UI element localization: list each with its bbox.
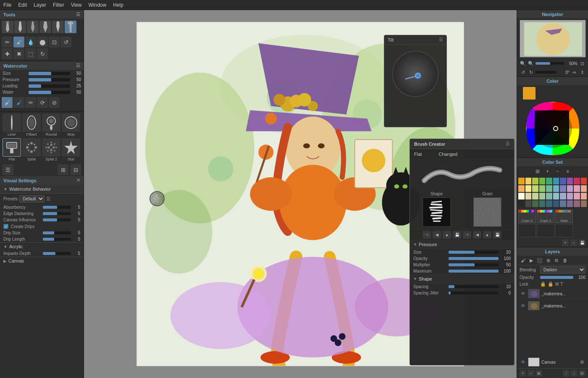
absorbency-slider[interactable] <box>43 206 71 209</box>
canvas-influence-slider[interactable] <box>43 218 71 221</box>
chip-2-0[interactable] <box>518 193 525 200</box>
nav-zoom-out-icon[interactable]: 🔍 <box>520 60 526 67</box>
tool-pencil[interactable]: ✏ <box>2 37 13 47</box>
watercolor-menu-icon[interactable]: ☰ <box>76 63 80 68</box>
canvas-settings-icon[interactable]: ⚙ <box>579 359 585 365</box>
chip-3-0[interactable] <box>518 200 525 207</box>
layer-icon-paint[interactable]: 🖌 <box>520 257 526 264</box>
chip-1-6[interactable] <box>560 185 566 192</box>
brush-icon-3[interactable] <box>39 21 51 33</box>
tools-menu-icon[interactable]: ☰ <box>76 12 80 17</box>
nav-rotate-left-icon[interactable]: ↺ <box>520 69 526 76</box>
chip-1-9[interactable] <box>581 185 587 192</box>
chip-0-7[interactable] <box>567 178 573 184</box>
bottom-icon-del[interactable]: ⊟ <box>70 164 81 175</box>
edge-darkening-slider[interactable] <box>43 212 71 215</box>
navigator-thumbnail[interactable] <box>520 20 586 58</box>
impasto-depth-slider[interactable] <box>43 252 71 255</box>
preset-splat[interactable]: Splat <box>22 138 41 162</box>
chip-1-7[interactable] <box>567 185 573 192</box>
colorset-del-btn[interactable]: − <box>570 239 577 246</box>
brushtype-wet[interactable]: 🖌 <box>13 97 24 108</box>
menu-window[interactable]: Window <box>89 2 107 8</box>
nav-rotate-slider[interactable] <box>536 71 556 74</box>
bc-maximum-slider[interactable] <box>449 270 499 273</box>
water-slider[interactable] <box>29 91 70 94</box>
chip-3-3[interactable] <box>539 200 546 207</box>
brushtype-blend[interactable]: ⟳ <box>37 97 48 108</box>
size-slider[interactable] <box>29 72 70 75</box>
colorset-preset-extra1[interactable] <box>537 224 554 237</box>
chip-0-1[interactable] <box>525 178 532 184</box>
pressure-slider[interactable] <box>29 78 70 81</box>
preset-round[interactable]: Round <box>42 113 60 137</box>
colorset-menu-icon[interactable]: ≡ <box>564 168 572 175</box>
tool-rotate[interactable]: ↺ <box>60 37 71 47</box>
chip-1-8[interactable] <box>574 185 580 192</box>
colorset-grid-icon[interactable]: ⊞ <box>534 168 541 175</box>
brushtype-dry[interactable]: ✏ <box>25 97 36 108</box>
chip-3-1[interactable] <box>525 200 532 207</box>
tool-water[interactable]: 💧 <box>25 37 36 47</box>
layers-btn-del[interactable]: − <box>528 370 534 377</box>
bc-btn-first[interactable]: ⊣ <box>423 231 431 239</box>
chip-1-0[interactable] <box>518 185 525 192</box>
preset-filbert[interactable]: Filbert <box>22 113 41 137</box>
layer-item-0[interactable]: 👁 _makemea... <box>517 288 588 300</box>
colorset-preset-copic2[interactable]: Copic 2 <box>518 210 536 223</box>
chip-3-2[interactable] <box>532 200 538 207</box>
blending-select[interactable]: Darken Normal Multiply <box>540 266 585 273</box>
chip-3-8[interactable] <box>574 200 580 207</box>
chip-1-2[interactable] <box>532 185 538 192</box>
bc-grain-thumbnail[interactable] <box>473 197 502 227</box>
canvas-toggle[interactable]: ▶ Canvas <box>0 257 84 265</box>
chip-0-9[interactable] <box>581 178 587 184</box>
chip-1-4[interactable] <box>546 185 552 192</box>
canvas-layer-visibility[interactable]: 👁 <box>520 359 526 365</box>
layer-icon-layers[interactable]: ⬛ <box>536 257 543 264</box>
bc-spacing-slider[interactable] <box>449 285 499 288</box>
chip-1-1[interactable] <box>525 185 532 192</box>
bc-changed-label[interactable]: Changed <box>438 152 457 157</box>
opacity-slider[interactable] <box>540 276 573 279</box>
chip-3-9[interactable] <box>581 200 587 207</box>
menu-layer[interactable]: Layer <box>34 2 46 8</box>
presets-select[interactable]: Default <box>19 195 45 202</box>
brushtype-erase[interactable]: ⊘ <box>49 97 60 108</box>
chip-0-3[interactable] <box>539 178 546 184</box>
chip-0-8[interactable] <box>574 178 580 184</box>
menu-help[interactable]: Help <box>113 2 123 8</box>
bc-shape-thumbnail[interactable] <box>423 197 451 227</box>
layer-icon-play[interactable]: ▶ <box>528 257 535 264</box>
menu-edit[interactable]: Edit <box>18 2 27 8</box>
brush-icon-1[interactable] <box>14 21 26 33</box>
vs-close[interactable]: ✕ <box>76 178 80 183</box>
chip-0-5[interactable] <box>553 178 559 184</box>
watercolor-behavior-toggle[interactable]: ▼ Watercolor Behavior <box>0 185 84 194</box>
layers-btn-up[interactable]: ↑ <box>563 370 570 377</box>
colorset-add-icon[interactable]: + <box>544 168 551 175</box>
brush-icon-4[interactable] <box>52 21 64 33</box>
create-drips-checkbox[interactable]: ✓ <box>3 224 8 229</box>
bc-btn2-prev[interactable]: ◀ <box>473 231 481 239</box>
layer-1-visibility[interactable]: 👁 <box>520 302 526 309</box>
layer-0-visibility[interactable]: 👁 <box>520 290 526 297</box>
chip-2-6[interactable] <box>560 193 566 200</box>
bc-multiplier-slider[interactable] <box>449 263 499 266</box>
colorset-preset-extra0[interactable] <box>518 224 536 237</box>
chip-3-5[interactable] <box>553 200 559 207</box>
bc-btn2-up[interactable]: ▲ <box>483 231 491 239</box>
chip-3-4[interactable] <box>546 200 552 207</box>
layers-btn-merge[interactable]: ⊟ <box>579 370 585 377</box>
presets-menu-icon[interactable]: ☰ <box>46 196 50 202</box>
color-wheel[interactable] <box>525 101 580 156</box>
loading-slider[interactable] <box>29 84 70 88</box>
bc-btn-save[interactable]: 💾 <box>453 231 461 239</box>
tool-eraser[interactable]: ✖ <box>13 48 24 59</box>
chip-2-3[interactable] <box>539 193 546 200</box>
nav-flip-icon[interactable]: ⇔ <box>571 69 578 76</box>
chip-3-6[interactable] <box>560 200 566 207</box>
tool-brush[interactable]: 🖌 <box>13 37 24 47</box>
bc-flat-label[interactable]: Flat <box>414 152 422 157</box>
brushtype-paint[interactable]: 🖌 <box>2 97 13 108</box>
